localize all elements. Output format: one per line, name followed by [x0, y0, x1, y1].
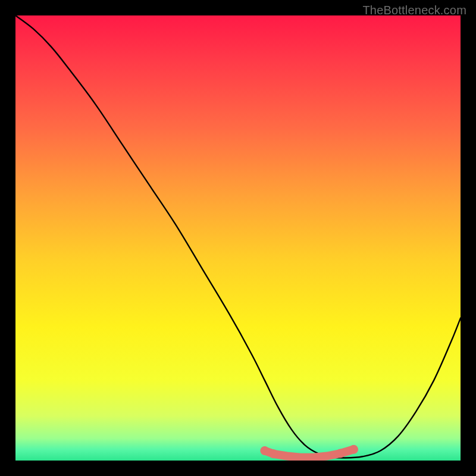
floor-dot — [336, 449, 345, 458]
floor-dot — [349, 445, 358, 454]
chart-frame: TheBottleneck.com — [0, 0, 476, 476]
green-floor-markers — [260, 445, 358, 459]
floor-dot — [260, 446, 269, 455]
plot-area — [15, 15, 461, 461]
floor-dot — [269, 449, 278, 458]
chart-svg — [15, 15, 461, 461]
bottleneck-curve — [15, 15, 461, 458]
watermark-text: TheBottleneck.com — [362, 4, 466, 17]
